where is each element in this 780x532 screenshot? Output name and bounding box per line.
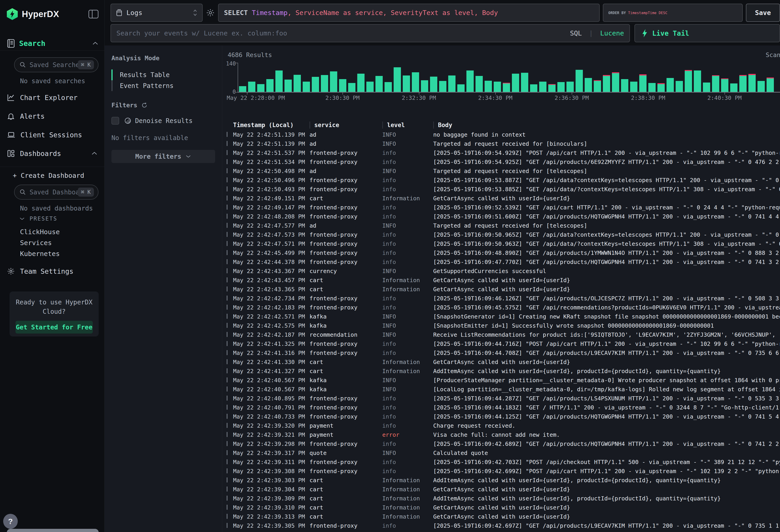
- histogram-bar[interactable]: [367, 82, 374, 92]
- row-expand-chevron-icon[interactable]: [227, 177, 228, 182]
- histogram-bar[interactable]: [703, 83, 710, 92]
- histogram-bar[interactable]: [403, 76, 410, 92]
- histogram-bar[interactable]: [430, 77, 437, 92]
- denoise-checkbox[interactable]: [111, 117, 119, 125]
- create-dashboard-button[interactable]: + Create Dashboard: [13, 170, 84, 181]
- source-settings-gear-icon[interactable]: [206, 8, 215, 17]
- histogram-bar[interactable]: [685, 70, 692, 92]
- chevron-up-icon[interactable]: [91, 151, 98, 155]
- histogram-bar[interactable]: [257, 84, 264, 92]
- histogram-bar[interactable]: [521, 73, 528, 92]
- table-row[interactable]: May 22 2:42:40.733 PMfrontend-proxyinfo[…: [225, 412, 780, 421]
- histogram-bar[interactable]: [621, 79, 628, 92]
- row-expand-chevron-icon[interactable]: [227, 196, 228, 200]
- histogram-bar[interactable]: [266, 79, 274, 92]
- table-row[interactable]: May 22 2:42:39.305 PMfrontend-proxyinfo[…: [225, 521, 780, 530]
- help-button[interactable]: ?: [3, 514, 18, 529]
- histogram-bar[interactable]: [239, 86, 246, 92]
- sidebar-item-client-sessions[interactable]: Client Sessions: [0, 126, 104, 144]
- col-header-service[interactable]: service: [309, 120, 382, 130]
- histogram-bar[interactable]: [567, 82, 574, 92]
- table-row[interactable]: May 22 2:42:39.320 PMpaymentinfoCharge r…: [225, 421, 780, 430]
- row-expand-chevron-icon[interactable]: [227, 487, 228, 491]
- row-expand-chevron-icon[interactable]: [227, 168, 228, 173]
- row-expand-chevron-icon[interactable]: [227, 459, 228, 464]
- row-expand-chevron-icon[interactable]: [227, 441, 228, 446]
- row-expand-chevron-icon[interactable]: [227, 377, 228, 382]
- sidebar-collapse-icon[interactable]: [89, 10, 98, 18]
- table-row[interactable]: May 22 2:42:39.311 PMfrontend-proxyinfo[…: [225, 457, 780, 467]
- table-row[interactable]: May 22 2:42:39.309 PMcartInformationAddI…: [225, 494, 780, 503]
- histogram-bar[interactable]: [639, 74, 646, 92]
- histogram-bar[interactable]: [485, 81, 492, 92]
- table-row[interactable]: May 22 2:42:42.575 PMkafkaINFO[SnapshotE…: [225, 321, 780, 330]
- histogram-bar[interactable]: [585, 78, 592, 92]
- table-row[interactable]: May 22 2:42:41.327 PMcartInformationAddI…: [225, 367, 780, 376]
- histogram-bar[interactable]: [321, 75, 328, 92]
- table-row[interactable]: May 22 2:42:42.734 PMfrontend-proxyinfo[…: [225, 294, 780, 303]
- histogram-bar[interactable]: [730, 84, 737, 92]
- table-row[interactable]: May 22 2:42:41.325 PMfrontend-proxyinfo[…: [225, 339, 780, 348]
- histogram-bar[interactable]: [667, 78, 674, 92]
- row-expand-chevron-icon[interactable]: [227, 414, 228, 419]
- histogram-bar[interactable]: [494, 82, 501, 92]
- histogram-bar[interactable]: [721, 79, 728, 92]
- row-expand-chevron-icon[interactable]: [227, 450, 228, 455]
- row-expand-chevron-icon[interactable]: [227, 432, 228, 437]
- row-expand-chevron-icon[interactable]: [227, 186, 228, 191]
- saved-searches-field[interactable]: [30, 61, 78, 69]
- table-row[interactable]: May 22 2:42:51.534 PMfrontend-proxyinfo[…: [225, 157, 780, 166]
- row-expand-chevron-icon[interactable]: [227, 132, 228, 137]
- histogram-bar[interactable]: [285, 80, 292, 92]
- table-row[interactable]: May 22 2:42:40.895 PMfrontend-proxyinfo[…: [225, 394, 780, 403]
- table-row[interactable]: May 22 2:42:47.573 PMfrontend-proxyinfo[…: [225, 230, 780, 239]
- table-row[interactable]: May 22 2:42:39.313 PMcartInformationGetC…: [225, 512, 780, 521]
- histogram-bar[interactable]: [712, 75, 719, 92]
- get-started-button[interactable]: Get Started for Free: [15, 321, 93, 334]
- mode-results-table[interactable]: Results Table: [120, 69, 174, 80]
- event-search-field[interactable]: [116, 29, 566, 37]
- histogram-bar[interactable]: [330, 71, 337, 92]
- histogram-bar[interactable]: [694, 70, 701, 92]
- histogram-bar[interactable]: [648, 83, 655, 92]
- row-expand-chevron-icon[interactable]: [227, 286, 228, 291]
- row-expand-chevron-icon[interactable]: [227, 477, 228, 482]
- row-expand-chevron-icon[interactable]: [227, 159, 228, 164]
- more-filters-button[interactable]: More filters: [111, 150, 215, 163]
- histogram-bar[interactable]: [339, 79, 346, 92]
- table-row[interactable]: May 22 2:42:51.139 PMadINFOno baggage fo…: [225, 130, 780, 139]
- histogram-bar[interactable]: [748, 74, 756, 92]
- col-header-level[interactable]: level: [382, 120, 433, 130]
- preset-item-clickhouse[interactable]: ClickHouse: [20, 227, 60, 237]
- query-language-toggle[interactable]: SQL | Lucene: [570, 29, 624, 37]
- row-expand-chevron-icon[interactable]: [227, 241, 228, 246]
- histogram-bar[interactable]: [557, 82, 565, 92]
- column-resize-handle[interactable]: [309, 122, 310, 128]
- row-expand-chevron-icon[interactable]: [227, 277, 228, 282]
- histogram-bar[interactable]: [457, 84, 465, 92]
- row-expand-chevron-icon[interactable]: [227, 423, 228, 428]
- table-row[interactable]: May 22 2:42:44.378 PMfrontend-proxyinfo[…: [225, 257, 780, 267]
- select-clause-input[interactable]: SELECT Timestamp , ServiceName as servic…: [218, 4, 600, 22]
- saved-dashboards-input[interactable]: ⌘ K: [14, 185, 98, 200]
- row-expand-chevron-icon[interactable]: [227, 359, 228, 364]
- refresh-icon[interactable]: [141, 102, 148, 109]
- histogram-bar[interactable]: [385, 82, 392, 92]
- table-row[interactable]: May 22 2:42:42.187 PMrecommendationINFOR…: [225, 330, 780, 339]
- row-expand-chevron-icon[interactable]: [227, 268, 228, 273]
- table-row[interactable]: May 22 2:42:39.310 PMcartInformationGetC…: [225, 503, 780, 512]
- histogram-bar[interactable]: [448, 76, 455, 92]
- mode-event-patterns[interactable]: Event Patterns: [120, 80, 174, 91]
- row-expand-chevron-icon[interactable]: [227, 259, 228, 264]
- bottom-widget-bar[interactable]: [7, 529, 99, 532]
- row-expand-chevron-icon[interactable]: [227, 468, 228, 473]
- presets-toggle[interactable]: PRESETS: [19, 215, 57, 222]
- table-row[interactable]: May 22 2:42:40.567 PMkafkaINFO[ProducerS…: [225, 376, 780, 385]
- histogram-bar[interactable]: [539, 82, 546, 92]
- histogram-bar[interactable]: [476, 76, 483, 92]
- table-row[interactable]: May 22 2:42:49.151 PMcartInformationGetC…: [225, 194, 780, 203]
- preset-item-kubernetes[interactable]: Kubernetes: [20, 248, 60, 259]
- sidebar-item-team-settings[interactable]: Team Settings: [7, 264, 74, 278]
- histogram-bar[interactable]: [412, 72, 419, 92]
- saved-dashboards-field[interactable]: [30, 189, 78, 196]
